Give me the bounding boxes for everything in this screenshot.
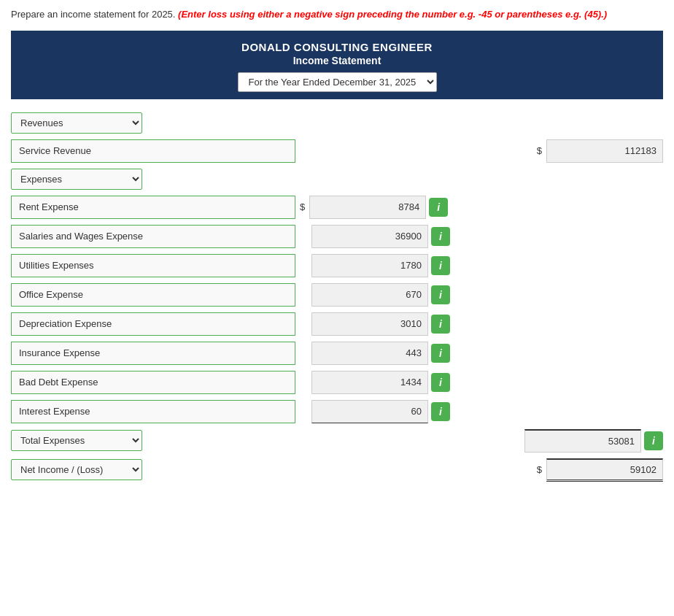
expense-info-btn[interactable]: i	[431, 315, 450, 334]
expense-label: Utilities Expenses	[11, 254, 295, 277]
expense-line-row: Rent Expense$8784i	[11, 196, 663, 219]
expense-info-btn[interactable]: i	[431, 227, 450, 246]
revenue-dollar-sign: $	[537, 145, 542, 156]
revenues-dropdown[interactable]: Revenues	[11, 112, 142, 134]
service-revenue-value: 112183	[546, 139, 663, 163]
total-expenses-row: Total Expenses 53081 i	[11, 429, 663, 453]
expense-line-row: Insurance Expense443i	[11, 342, 663, 365]
instructions-highlight: (Enter loss using either a negative sign…	[178, 9, 607, 20]
service-revenue-label: Service Revenue	[11, 139, 295, 163]
expense-line-row: Interest Expense60i	[11, 400, 663, 423]
expense-value: 1434	[311, 371, 428, 394]
expense-line-row: Office Expense670i	[11, 283, 663, 307]
expense-lines-container: Rent Expense$8784iSalaries and Wages Exp…	[11, 196, 663, 423]
expense-label: Bad Debt Expense	[11, 371, 295, 394]
revenues-section-row: Revenues	[11, 112, 663, 134]
expenses-dropdown[interactable]: Expenses	[11, 169, 142, 190]
expense-value: 1780	[311, 254, 428, 277]
expense-label: Depreciation Expense	[11, 312, 295, 336]
expense-line-row: Bad Debt Expense1434i	[11, 371, 663, 394]
expense-value: 60	[311, 400, 428, 423]
expense-line-row: Salaries and Wages Expense36900i	[11, 225, 663, 248]
net-income-value: 59102	[546, 458, 663, 482]
expense-label: Insurance Expense	[11, 342, 295, 365]
net-income-dollar-sign: $	[537, 464, 542, 475]
expense-label: Office Expense	[11, 283, 295, 307]
header-box: DONALD CONSULTING ENGINEER Income Statem…	[11, 31, 663, 99]
net-income-row: Net Income / (Loss) $ 59102	[11, 458, 663, 482]
expense-info-btn[interactable]: i	[431, 256, 450, 275]
expenses-section-row: Expenses	[11, 169, 663, 190]
expense-value: 8784	[309, 196, 426, 219]
instructions-text: Prepare an income statement for 2025. (E…	[11, 7, 663, 22]
expense-info-btn[interactable]: i	[431, 285, 450, 304]
net-income-right: $ 59102	[532, 458, 663, 482]
expense-line-row: Depreciation Expense3010i	[11, 312, 663, 336]
expense-value: 36900	[311, 225, 428, 248]
net-income-dropdown[interactable]: Net Income / (Loss)	[11, 459, 142, 480]
total-expenses-value: 53081	[524, 429, 641, 453]
expense-info-btn[interactable]: i	[431, 373, 450, 392]
total-expenses-info-btn[interactable]: i	[644, 431, 663, 450]
expense-value: 443	[311, 342, 428, 365]
expense-value: 3010	[311, 312, 428, 336]
company-name: DONALD CONSULTING ENGINEER	[26, 41, 648, 53]
expense-info-btn[interactable]: i	[431, 344, 450, 363]
statement-type: Income Statement	[26, 55, 648, 66]
period-select[interactable]: For the Year Ended December 31, 2025	[238, 72, 437, 92]
total-expenses-right: 53081 i	[524, 429, 663, 453]
expense-line-row: Utilities Expenses1780i	[11, 254, 663, 277]
expense-info-btn[interactable]: i	[429, 198, 448, 217]
expense-label: Salaries and Wages Expense	[11, 225, 295, 248]
expense-value: 670	[311, 283, 428, 307]
instructions-main: Prepare an income statement for 2025.	[11, 9, 175, 20]
expense-label: Interest Expense	[11, 400, 295, 423]
total-expenses-dropdown[interactable]: Total Expenses	[11, 430, 142, 451]
expense-dollar-sign: $	[300, 201, 305, 212]
service-revenue-row: Service Revenue $ 112183	[11, 139, 663, 163]
expense-info-btn[interactable]: i	[431, 402, 450, 421]
service-revenue-right: $ 112183	[532, 139, 663, 163]
expense-label: Rent Expense	[11, 196, 295, 219]
